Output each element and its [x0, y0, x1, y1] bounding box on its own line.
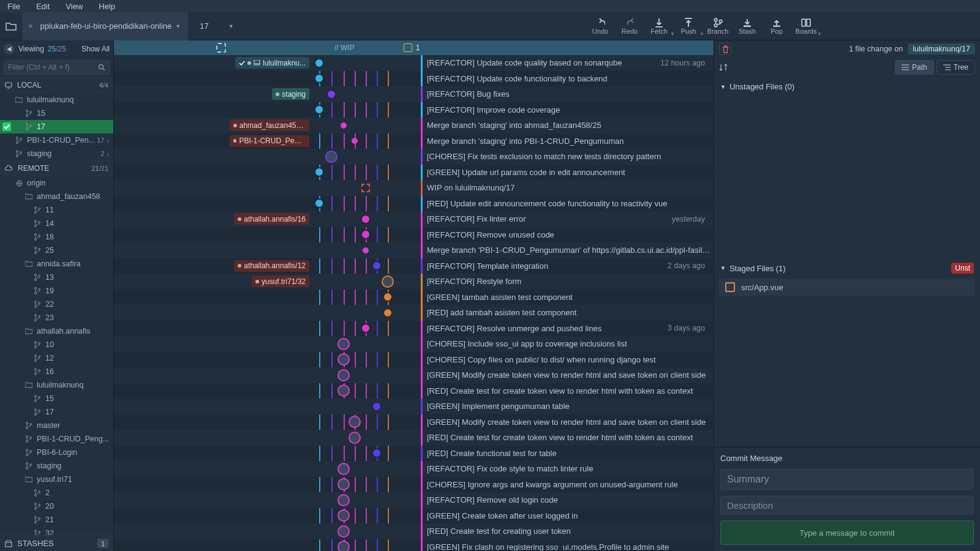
tree-item[interactable]: 18: [0, 230, 113, 244]
tree-item[interactable]: 22: [0, 298, 113, 311]
stashes-section-header[interactable]: STASHES 1: [0, 535, 113, 551]
tree-item[interactable]: 19: [0, 284, 113, 298]
remote-section-header[interactable]: REMOTE 21/21: [0, 160, 113, 176]
commit-row[interactable]: [REFACTOR] Remove unused code: [114, 227, 714, 243]
tree-item[interactable]: origin: [0, 176, 113, 190]
unstaged-header[interactable]: ▼ Unstaged Files (0): [714, 80, 980, 94]
stash-button[interactable]: Stash: [733, 12, 762, 40]
tree-item[interactable]: 10: [0, 338, 113, 351]
branch-dropdown[interactable]: 17 ▼: [189, 21, 244, 31]
staged-header[interactable]: ▼ Staged Files (1) Unst: [714, 260, 980, 276]
push-button[interactable]: Push▼: [674, 12, 703, 40]
commit-row[interactable]: [GREEN] Update url params code in edit a…: [114, 165, 714, 181]
commit-row[interactable]: staging[REFACTOR] Bug fixes: [114, 86, 714, 102]
fetch-button[interactable]: Fetch▼: [644, 12, 674, 40]
tree-item[interactable]: 32: [0, 527, 113, 535]
tree-item[interactable]: PBI-1-CRUD_Pen...17 ↓: [0, 133, 113, 147]
ref-tag[interactable]: ahmad_fauzan458/...: [230, 119, 309, 131]
back-button[interactable]: ◀: [4, 43, 15, 54]
tree-item[interactable]: 15: [0, 392, 113, 405]
tree-item[interactable]: 12: [0, 351, 113, 365]
ref-tag[interactable]: athallah.annafis/16: [234, 213, 309, 225]
ref-tag[interactable]: PBI-1-CRUD_Pengu...: [230, 135, 309, 147]
commit-row[interactable]: [REFACTOR] Resolve unmerge and pushed li…: [114, 321, 714, 337]
tree-item[interactable]: 21: [0, 513, 113, 527]
ref-tag[interactable]: luluilmaknu...: [235, 57, 309, 69]
commit-row[interactable]: [CHORES] Fix tests exclusion to match ne…: [114, 149, 714, 165]
path-view-button[interactable]: Path: [895, 60, 934, 75]
tree-item[interactable]: 14: [0, 217, 113, 230]
tree-item[interactable]: yusuf.tri71: [0, 473, 113, 486]
commit-row[interactable]: [REFACTOR] Update code functionality to …: [114, 71, 714, 87]
staged-file-item[interactable]: src/App.vue: [719, 279, 975, 296]
tree-item[interactable]: PBI-1-CRUD_Peng...: [0, 432, 113, 446]
commit-row[interactable]: WIP on luluilmaknunq/17: [114, 180, 714, 196]
boards-button[interactable]: Boards▼: [791, 12, 821, 40]
tree-item[interactable]: annida.safira: [0, 257, 113, 271]
commit-row[interactable]: [RED] Create test for creating user toke…: [114, 523, 714, 539]
commit-row[interactable]: yusuf.tri71/32[REFACTOR] Restyle form: [114, 274, 714, 290]
ref-tag[interactable]: athallah.annafis/12: [234, 260, 309, 272]
close-tab-icon[interactable]: ×: [24, 21, 37, 31]
menu-edit[interactable]: Edit: [31, 1, 55, 12]
tree-item[interactable]: PBI-6-Login: [0, 446, 113, 459]
tree-view-button[interactable]: Tree: [937, 60, 975, 75]
commit-row[interactable]: Merge branch 'PBI-1-CRUD_Pengumuman' of …: [114, 242, 714, 258]
commit-row[interactable]: [RED] Create test for create token view …: [114, 383, 714, 399]
commit-row[interactable]: [GREEN] Modify create token view to rend…: [114, 414, 714, 430]
wip-row[interactable]: // WIP 1: [114, 40, 714, 55]
open-repo-button[interactable]: [0, 12, 22, 40]
tree-item[interactable]: luluilmaknunq: [0, 378, 113, 392]
tree-item[interactable]: staging: [0, 459, 113, 473]
commit-row[interactable]: [GREEN] tambah asisten test component: [114, 290, 714, 305]
tree-item[interactable]: 17: [0, 120, 113, 133]
discard-button[interactable]: [719, 43, 731, 55]
commit-row[interactable]: [RED] add tambah asisten test component: [114, 305, 714, 321]
commit-row[interactable]: [GREEN] Modify create token view to rend…: [114, 367, 714, 383]
menu-file[interactable]: File: [2, 1, 25, 12]
unstage-all-button[interactable]: Unst: [951, 263, 974, 274]
tree-item[interactable]: 16: [0, 365, 113, 378]
show-all-button[interactable]: Show All: [81, 45, 110, 53]
commit-row[interactable]: [GREEN] Implement pengumuman table: [114, 399, 714, 414]
commit-row[interactable]: [REFACTOR] Fix code style to match linte…: [114, 461, 714, 477]
commit-button[interactable]: Type a message to commit: [720, 520, 974, 545]
commit-row[interactable]: [RED] Update edit announcement code func…: [114, 196, 714, 212]
commit-row[interactable]: ahmad_fauzan458/...Merge branch 'staging…: [114, 118, 714, 133]
tree-item[interactable]: 13: [0, 271, 113, 284]
tree-item[interactable]: master: [0, 419, 113, 432]
commit-row[interactable]: [RED] Create test for create token view …: [114, 430, 714, 446]
ref-tag[interactable]: yusuf.tri71/32: [252, 276, 309, 287]
commit-row[interactable]: [REFACTOR] Remove old login code: [114, 492, 714, 508]
commit-row[interactable]: [CHORES] Ignore args and kwargs argument…: [114, 477, 714, 493]
commit-row[interactable]: [CHORES] Include sso_ui app to coverage …: [114, 336, 714, 352]
tree-item[interactable]: 23: [0, 311, 113, 324]
menu-help[interactable]: Help: [94, 1, 120, 12]
commit-row[interactable]: [REFACTOR] Improve code coverage: [114, 102, 714, 118]
commit-summary-input[interactable]: Summary: [720, 469, 974, 490]
redo-button[interactable]: Redo: [615, 12, 644, 40]
repo-tab[interactable]: × pplukan-feb-ui-biro-pendidikan-online …: [22, 12, 189, 40]
menu-view[interactable]: View: [61, 1, 88, 12]
tree-item[interactable]: 15: [0, 107, 113, 120]
tree-item[interactable]: 11: [0, 203, 113, 217]
commit-row[interactable]: athallah.annafis/12[REFACTOR] Template i…: [114, 258, 714, 274]
tree-item[interactable]: 25: [0, 244, 113, 257]
local-section-header[interactable]: LOCAL 4/4: [0, 77, 113, 93]
tree-item[interactable]: 20: [0, 500, 113, 513]
sort-icon[interactable]: [719, 63, 728, 72]
commit-description-input[interactable]: Description: [720, 496, 974, 514]
pop-button[interactable]: Pop: [762, 12, 791, 40]
ref-tag[interactable]: staging: [272, 88, 309, 100]
commit-row[interactable]: PBI-1-CRUD_Pengu...Merge branch 'staging…: [114, 133, 714, 149]
commit-row[interactable]: [RED] Create functional test for table: [114, 446, 714, 462]
tree-item[interactable]: luluilmaknunq: [0, 93, 113, 107]
tree-item[interactable]: athallah.annafis: [0, 324, 113, 338]
branch-button[interactable]: Branch: [703, 12, 733, 40]
tree-item[interactable]: ahmad_fauzan458: [0, 190, 113, 203]
commit-row[interactable]: [GREEN] Create token after user logged i…: [114, 508, 714, 524]
commit-row[interactable]: [CHORES] Copy files on public/ to dist/ …: [114, 352, 714, 368]
tree-item[interactable]: staging2 ↓: [0, 147, 113, 160]
commit-row[interactable]: luluilmaknu...[REFACTOR] Update code qua…: [114, 55, 714, 71]
commit-row[interactable]: [GREEN] Fix clash on registering sso_ui.…: [114, 539, 714, 552]
